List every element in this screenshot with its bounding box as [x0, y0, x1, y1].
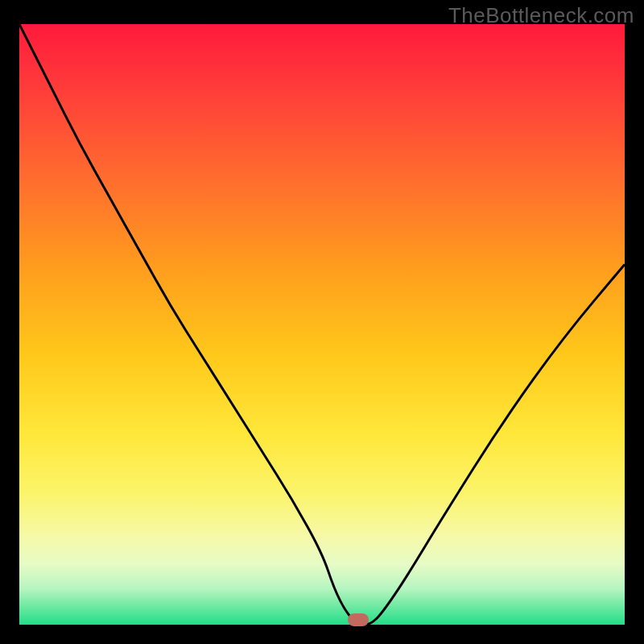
chart-frame: TheBottleneck.com: [0, 0, 644, 644]
optimal-point-marker: [348, 613, 369, 626]
watermark-text: TheBottleneck.com: [448, 3, 634, 28]
bottleneck-curve: [19, 24, 625, 625]
plot-area: [19, 24, 625, 625]
curve-svg: [19, 24, 625, 625]
